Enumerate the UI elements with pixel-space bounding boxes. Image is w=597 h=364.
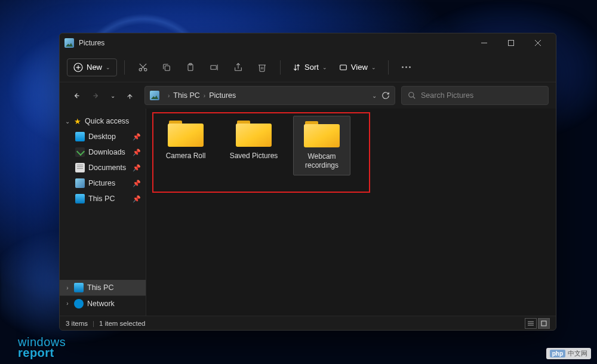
desktop-icon [75, 132, 85, 141]
new-button-label: New [87, 63, 102, 72]
forward-button[interactable] [87, 87, 105, 104]
titlebar[interactable]: Pictures [60, 33, 556, 53]
sidebar-item-desktop[interactable]: Desktop 📌 [60, 129, 146, 144]
chevron-down-icon: ⌄ [322, 64, 327, 70]
toolbar-separator [388, 60, 389, 75]
maximize-button[interactable] [497, 33, 524, 53]
content-area[interactable]: Camera Roll Saved Pictures Webcam record… [146, 109, 556, 316]
share-button[interactable] [227, 57, 249, 78]
folder-item-webcam-recordings[interactable]: Webcam recordings [293, 116, 350, 175]
network-icon [74, 299, 84, 309]
chevron-down-icon: ⌄ [106, 64, 110, 70]
svg-rect-14 [211, 65, 216, 69]
navigation-bar: ⌄ › This PC › Pictures ⌄ [60, 82, 556, 109]
chevron-right-icon: › [64, 285, 70, 291]
address-dropdown-icon[interactable]: ⌄ [372, 92, 377, 99]
up-button[interactable] [121, 87, 139, 104]
chevron-down-icon: ⌄ [110, 92, 115, 99]
close-button[interactable] [524, 33, 551, 53]
folder-item-camera-roll[interactable]: Camera Roll [157, 116, 214, 175]
explorer-body: ⌄ ★ Quick access Desktop 📌 Downloads 📌 D… [60, 109, 556, 316]
more-options-button[interactable] [396, 66, 417, 68]
sidebar-quick-access[interactable]: ⌄ ★ Quick access [60, 113, 146, 129]
svg-point-23 [409, 92, 414, 97]
quick-access-label: Quick access [85, 117, 129, 125]
chevron-down-icon: ⌄ [371, 64, 376, 70]
window-controls [470, 33, 551, 53]
watermark-windows-report: windowsreport [18, 337, 66, 358]
pin-icon: 📌 [133, 195, 141, 203]
view-icon [339, 63, 347, 72]
star-icon: ★ [74, 117, 81, 126]
window-title: Pictures [79, 39, 470, 47]
recent-dropdown[interactable]: ⌄ [107, 87, 118, 104]
view-button[interactable]: View ⌄ [334, 59, 381, 75]
pin-icon: 📌 [133, 149, 141, 156]
sort-label: Sort [304, 63, 319, 72]
folder-icon [304, 120, 340, 147]
breadcrumb-pictures[interactable]: Pictures [209, 91, 236, 100]
this-pc-icon [75, 194, 85, 203]
sidebar-item-downloads[interactable]: Downloads 📌 [60, 144, 146, 160]
status-selected-count: 1 item selected [99, 320, 145, 327]
folder-item-saved-pictures[interactable]: Saved Pictures [225, 116, 282, 175]
pictures-icon [75, 178, 85, 188]
refresh-button[interactable] [381, 91, 390, 100]
pin-icon: 📌 [133, 164, 141, 172]
sidebar-item-thispc[interactable]: › This PC [60, 280, 146, 295]
new-button[interactable]: New ⌄ [67, 58, 117, 76]
chevron-right-icon: › [64, 300, 70, 307]
address-bar[interactable]: › This PC › Pictures ⌄ [144, 86, 395, 105]
paste-button[interactable] [180, 57, 201, 78]
svg-rect-28 [541, 321, 546, 326]
pictures-app-icon [64, 38, 74, 48]
svg-rect-11 [165, 66, 170, 70]
cut-button[interactable] [132, 57, 153, 78]
chevron-down-icon: ⌄ [64, 118, 70, 125]
svg-rect-1 [508, 41, 513, 46]
breadcrumb-this-pc[interactable]: This PC [173, 91, 199, 100]
file-explorer-window: Pictures New ⌄ [59, 33, 556, 331]
folder-label: Webcam recordings [295, 152, 349, 170]
search-input[interactable] [421, 91, 542, 100]
status-bar: 3 items | 1 item selected [60, 316, 556, 330]
navigation-sidebar: ⌄ ★ Quick access Desktop 📌 Downloads 📌 D… [60, 109, 146, 316]
delete-button[interactable] [251, 57, 273, 78]
chevron-right-icon: › [204, 92, 205, 99]
pin-icon: 📌 [133, 133, 141, 141]
details-view-button[interactable] [525, 318, 537, 329]
minimize-button[interactable] [470, 33, 497, 53]
folder-label: Camera Roll [158, 152, 213, 169]
plus-circle-icon [73, 63, 83, 72]
sidebar-item-network[interactable]: › Network [60, 295, 146, 311]
pin-icon: 📌 [133, 180, 141, 187]
svg-line-24 [413, 97, 416, 99]
chevron-right-icon: › [168, 92, 170, 99]
sidebar-item-thispc-pinned[interactable]: This PC 📌 [60, 191, 146, 206]
pictures-location-icon [150, 91, 159, 100]
copy-button[interactable] [156, 57, 177, 78]
toolbar-separator [280, 60, 281, 75]
back-button[interactable] [67, 87, 85, 104]
folder-label: Saved Pictures [226, 152, 281, 169]
rename-button[interactable] [204, 57, 225, 78]
svg-rect-19 [340, 64, 347, 69]
toolbar-separator [124, 60, 125, 75]
search-icon [408, 91, 416, 100]
status-separator: | [93, 320, 94, 327]
sidebar-item-pictures[interactable]: Pictures 📌 [60, 175, 146, 191]
status-item-count: 3 items [66, 320, 88, 327]
view-mode-toggle [525, 318, 550, 329]
downloads-icon [75, 147, 85, 157]
icons-view-button[interactable] [538, 318, 550, 329]
item-grid: Camera Roll Saved Pictures Webcam record… [146, 109, 556, 183]
command-toolbar: New ⌄ Sort ⌄ View ⌄ [60, 53, 556, 82]
sort-button[interactable]: Sort ⌄ [288, 59, 332, 75]
search-box[interactable] [401, 86, 549, 105]
this-pc-icon [74, 283, 84, 292]
sort-icon [293, 63, 301, 72]
view-label: View [351, 63, 368, 72]
folder-icon [168, 119, 204, 147]
watermark-php-cn: php 中文网 [546, 348, 591, 359]
sidebar-item-documents[interactable]: Documents 📌 [60, 160, 146, 175]
